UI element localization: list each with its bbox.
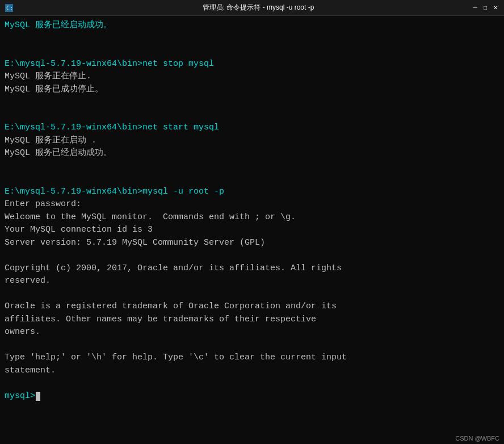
prompt-line[interactable]: mysql> — [5, 390, 499, 403]
title-bar-controls[interactable]: ─ □ ✕ — [471, 4, 499, 12]
minimize-button[interactable]: ─ — [471, 4, 479, 12]
console-line: Oracle is a registered trademark of Orac… — [5, 300, 499, 313]
console-line: Copyright (c) 2000, 2017, Oracle and/or … — [5, 262, 499, 275]
console-line: MySQL 服务正在停止. — [5, 70, 499, 83]
console-line: statement. — [5, 365, 499, 378]
console-line — [5, 109, 499, 122]
prompt-text: mysql> — [5, 390, 35, 403]
console-line — [5, 160, 499, 173]
console-line — [5, 32, 499, 45]
console-line — [5, 288, 499, 301]
console-line: MySQL 服务已经启动成功。 — [5, 19, 499, 32]
title-bar: C:\ 管理员: 命令提示符 - mysql -u root -p ─ □ ✕ — [0, 0, 504, 16]
title-bar-text: 管理员: 命令提示符 - mysql -u root -p — [17, 3, 499, 12]
console-line: MySQL 服务正在启动 . — [5, 135, 499, 148]
console-line — [5, 339, 499, 352]
console-line — [5, 45, 499, 58]
svg-text:C:\: C:\ — [6, 5, 13, 11]
console-line: affiliates. Other names may be trademark… — [5, 313, 499, 326]
console-line: E:\mysql-5.7.19-winx64\bin>net start mys… — [5, 122, 499, 135]
console-line — [5, 96, 499, 109]
console-line: Enter password: — [5, 198, 499, 211]
maximize-button[interactable]: □ — [481, 4, 489, 12]
console-line — [5, 173, 499, 186]
console-line: MySQL 服务已经启动成功。 — [5, 147, 499, 160]
console-line: Your MySQL connection id is 3 — [5, 224, 499, 237]
console-line — [5, 377, 499, 390]
console-line: reserved. — [5, 275, 499, 288]
console-line — [5, 249, 499, 262]
watermark: CSDN @WBFC — [455, 435, 499, 442]
cursor — [36, 392, 40, 401]
console-line: Server version: 5.7.19 MySQL Community S… — [5, 237, 499, 250]
close-button[interactable]: ✕ — [492, 4, 499, 12]
console-line: Welcome to the MySQL monitor. Commands e… — [5, 211, 499, 224]
console-line: owners. — [5, 326, 499, 339]
console-line: E:\mysql-5.7.19-winx64\bin>mysql -u root… — [5, 186, 499, 199]
console-line: MySQL 服务已成功停止。 — [5, 83, 499, 97]
title-bar-icon: C:\ — [5, 3, 14, 12]
console-line: E:\mysql-5.7.19-winx64\bin>net stop mysq… — [5, 58, 499, 71]
console-area: MySQL 服务已经启动成功。 E:\mysql-5.7.19-winx64\b… — [0, 16, 504, 444]
console-line: Type 'help;' or '\h' for help. Type '\c'… — [5, 351, 499, 365]
